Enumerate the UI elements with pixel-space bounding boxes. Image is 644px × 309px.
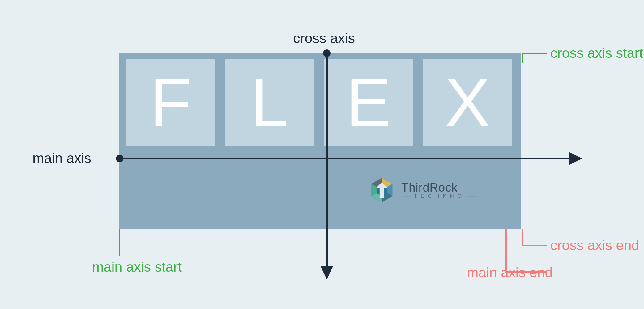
logo-icon <box>368 176 396 204</box>
main-axis-label: main axis <box>32 150 91 166</box>
flex-item: F <box>126 59 215 146</box>
cross-axis-start-tick <box>522 53 547 54</box>
main-axis-end-label: main axis end <box>467 265 553 281</box>
main-axis-start-tick <box>119 229 120 256</box>
logo-subline: TECHKNO <box>401 193 478 199</box>
flex-item: X <box>423 59 512 146</box>
cross-axis-end-tick <box>522 245 547 246</box>
cross-axis-arrow <box>326 53 328 278</box>
logo-brand: ThirdRock <box>401 181 478 194</box>
cross-axis-start-tick <box>522 53 523 63</box>
flex-item: E <box>324 59 413 146</box>
cross-axis-end-label: cross axis end <box>550 237 639 253</box>
main-axis-arrow <box>119 158 581 159</box>
cross-axis-start-label: cross axis start <box>550 45 643 61</box>
cross-axis-label: cross axis <box>293 30 355 46</box>
logo-text: ThirdRock TECHKNO <box>401 181 478 199</box>
flex-axis-diagram: F L E X main axis cross axis cross axis … <box>0 0 644 309</box>
cross-axis-end-tick <box>522 229 523 246</box>
flex-item: L <box>225 59 314 146</box>
flex-item-letter: L <box>251 69 288 137</box>
flex-item-letter: F <box>150 69 191 137</box>
flex-item-letter: X <box>445 69 490 137</box>
flex-item-letter: E <box>346 69 391 137</box>
watermark-logo: ThirdRock TECHKNO <box>368 176 478 204</box>
main-axis-start-label: main axis start <box>92 259 182 275</box>
